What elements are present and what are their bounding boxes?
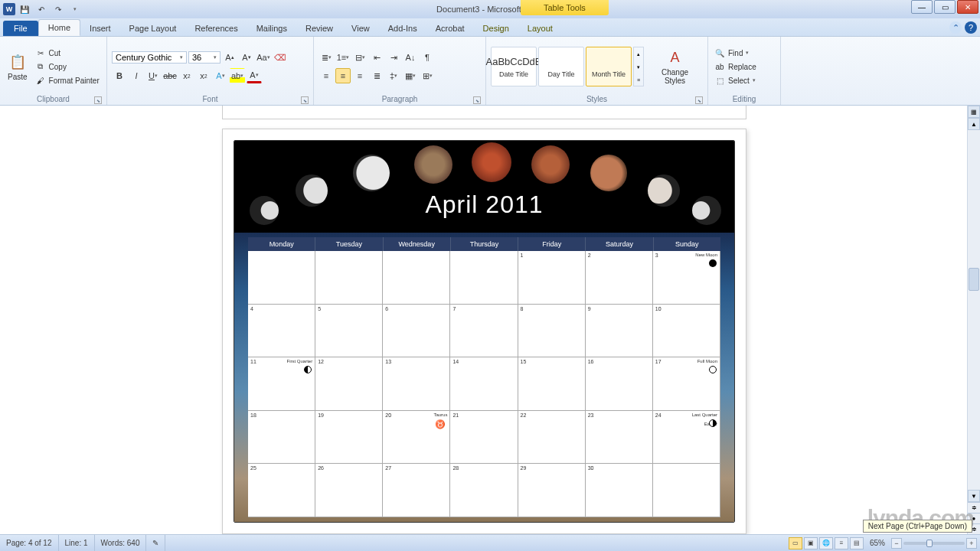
- multilevel-button[interactable]: ⊟▾: [352, 50, 368, 65]
- status-words[interactable]: Words: 640: [95, 535, 147, 551]
- line-spacing-button[interactable]: ‡▾: [386, 68, 401, 83]
- view-draft[interactable]: ▤: [850, 537, 864, 549]
- decrease-indent-button[interactable]: ⇤: [369, 50, 384, 65]
- tab-review[interactable]: Review: [296, 21, 342, 36]
- day-cell[interactable]: 16: [586, 357, 653, 411]
- tab-mailings[interactable]: Mailings: [247, 21, 296, 36]
- day-cell[interactable]: [653, 464, 720, 517]
- paste-button[interactable]: 📋 Paste: [5, 51, 31, 83]
- shrink-font-button[interactable]: A▾: [239, 50, 254, 65]
- tab-addins[interactable]: Add-Ins: [379, 21, 426, 36]
- day-cell[interactable]: 13: [383, 357, 450, 411]
- undo-button[interactable]: ↶: [34, 2, 49, 16]
- day-cell[interactable]: 30: [586, 464, 653, 517]
- borders-button[interactable]: ⊞▾: [420, 68, 435, 83]
- view-print-layout[interactable]: ▭: [789, 537, 802, 549]
- replace-button[interactable]: abReplace: [713, 60, 776, 73]
- day-cell[interactable]: [315, 251, 383, 305]
- superscript-button[interactable]: x2: [196, 68, 211, 83]
- help-icon[interactable]: ?: [965, 21, 977, 34]
- close-button[interactable]: ✕: [957, 0, 978, 14]
- view-full-screen[interactable]: ▣: [804, 537, 818, 549]
- align-center-button[interactable]: ≡: [335, 68, 351, 83]
- numbering-button[interactable]: 1≡▾: [335, 50, 351, 65]
- format-painter-button[interactable]: 🖌Format Painter: [34, 74, 101, 86]
- day-cell[interactable]: 3New Moon: [653, 251, 720, 305]
- day-cell[interactable]: 24Last QuarterEaster: [653, 411, 720, 465]
- styles-launcher[interactable]: ⬊: [695, 96, 703, 104]
- minimize-ribbon-icon[interactable]: ⌃: [949, 21, 962, 34]
- zoom-percent[interactable]: 65%: [865, 539, 890, 547]
- day-cell[interactable]: 26: [315, 464, 383, 517]
- scroll-thumb[interactable]: [969, 268, 979, 291]
- day-cell[interactable]: 4: [248, 305, 315, 358]
- day-cell[interactable]: 10: [653, 305, 720, 358]
- day-cell[interactable]: [248, 251, 315, 305]
- day-cell[interactable]: 6: [383, 305, 450, 358]
- tab-layout[interactable]: Layout: [518, 21, 562, 36]
- ruler-toggle[interactable]: ▦: [968, 106, 980, 118]
- day-cell[interactable]: 19: [315, 411, 383, 465]
- day-cell[interactable]: 28: [450, 464, 518, 517]
- view-outline[interactable]: ≡: [835, 537, 848, 549]
- grow-font-button[interactable]: A▴: [222, 50, 237, 65]
- day-cell[interactable]: [383, 251, 450, 305]
- tab-acrobat[interactable]: Acrobat: [426, 21, 474, 36]
- day-cell[interactable]: 18: [248, 411, 315, 465]
- day-cell[interactable]: 5: [315, 305, 383, 358]
- day-cell[interactable]: 1: [518, 251, 586, 305]
- text-effects-button[interactable]: A▾: [213, 68, 228, 83]
- underline-button[interactable]: U▾: [145, 68, 161, 83]
- calendar-table[interactable]: MondayTuesdayWednesdayThursdayFridaySatu…: [248, 237, 720, 517]
- font-size-combo[interactable]: 36▾: [188, 51, 220, 64]
- day-cell[interactable]: 21: [450, 411, 518, 465]
- style-gallery-more[interactable]: ▴▾≡: [633, 47, 644, 86]
- day-cell[interactable]: [450, 251, 518, 305]
- zoom-thumb[interactable]: [926, 540, 933, 547]
- day-cell[interactable]: 11First Quarter: [248, 357, 315, 411]
- style-day-title[interactable]: Day Title: [538, 47, 584, 86]
- show-marks-button[interactable]: ¶: [420, 50, 435, 65]
- zoom-out-button[interactable]: −: [891, 538, 902, 549]
- document-area[interactable]: April 2011 MondayTuesdayWednesdayThursda…: [0, 106, 967, 534]
- tab-references[interactable]: References: [185, 21, 247, 36]
- status-line[interactable]: Line: 1: [59, 535, 95, 551]
- italic-button[interactable]: I: [129, 68, 144, 83]
- save-button[interactable]: 💾: [17, 2, 32, 16]
- day-cell[interactable]: 8: [518, 305, 586, 358]
- maximize-button[interactable]: ▭: [934, 0, 956, 14]
- minimize-button[interactable]: —: [911, 0, 933, 14]
- vertical-scrollbar[interactable]: ▦ ▲ ▼ ≑ ● ≑: [967, 106, 980, 534]
- find-button[interactable]: 🔍Find ▾: [713, 47, 776, 59]
- day-cell[interactable]: 27: [383, 464, 450, 517]
- day-cell[interactable]: 20Taurus♉: [383, 411, 450, 465]
- change-case-button[interactable]: Aa▾: [256, 50, 271, 65]
- style-date-title[interactable]: AaBbCcDdEDate Title: [491, 47, 537, 86]
- style-month-title[interactable]: Month Title: [586, 47, 632, 86]
- day-cell[interactable]: 22: [518, 411, 586, 465]
- font-launcher[interactable]: ⬊: [301, 96, 309, 104]
- sort-button[interactable]: A↓: [403, 50, 418, 65]
- bold-button[interactable]: B: [112, 68, 127, 83]
- zoom-slider[interactable]: [903, 542, 965, 545]
- increase-indent-button[interactable]: ⇥: [386, 50, 401, 65]
- shading-button[interactable]: ▦▾: [403, 68, 418, 83]
- day-cell[interactable]: 29: [518, 464, 586, 517]
- font-color-button[interactable]: A▾: [247, 68, 262, 83]
- align-right-button[interactable]: ≡: [352, 68, 368, 83]
- scroll-down-button[interactable]: ▼: [968, 490, 980, 502]
- paragraph-launcher[interactable]: ⬊: [473, 96, 481, 104]
- day-cell[interactable]: 15: [518, 357, 586, 411]
- status-page[interactable]: Page: 4 of 12: [0, 535, 59, 551]
- redo-button[interactable]: ↷: [51, 2, 66, 16]
- day-cell[interactable]: 23: [586, 411, 653, 465]
- scroll-up-button[interactable]: ▲: [968, 118, 980, 130]
- align-left-button[interactable]: ≡: [318, 68, 334, 83]
- day-cell[interactable]: 9: [586, 305, 653, 358]
- tab-page-layout[interactable]: Page Layout: [120, 21, 186, 36]
- status-proof[interactable]: ✎: [146, 535, 165, 551]
- view-web[interactable]: 🌐: [819, 537, 833, 549]
- day-cell[interactable]: 17Full Moon: [653, 357, 720, 411]
- day-cell[interactable]: 12: [315, 357, 383, 411]
- highlight-button[interactable]: ab▾: [230, 68, 245, 83]
